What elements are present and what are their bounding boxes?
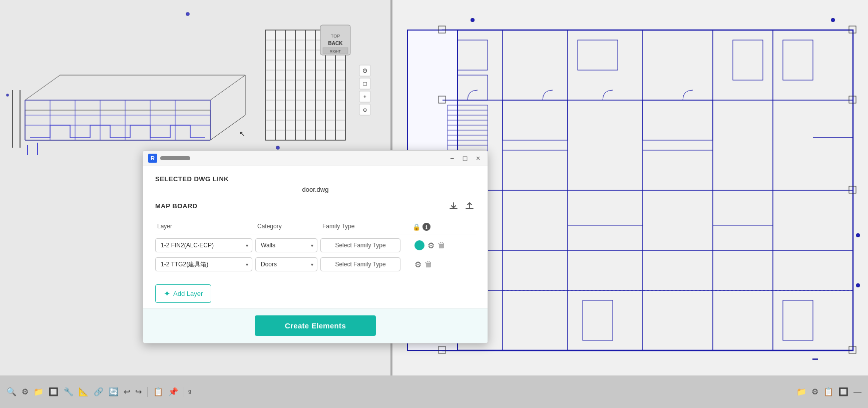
map-board-actions [448,200,476,215]
toolbar-right: 📁 ⚙ 📋 🔲 — [795,386,863,397]
trash-button-2[interactable]: 🗑 [424,260,432,269]
svg-line-6 [210,75,245,100]
maximize-button[interactable]: □ [461,154,470,163]
selected-dwg-link-title: SELECTED DWG LINK [155,175,476,183]
svg-text:—: — [813,356,817,361]
toolbar-icon-2[interactable]: ⚙ [20,386,30,397]
header-layer: Layer [155,222,255,232]
category-select-2[interactable]: Doors [255,257,317,271]
toolbar-icon-1[interactable]: 🔍 [5,386,18,397]
category-select-wrapper-1: Walls ▾ [255,238,317,252]
header-actions: 🔒 ℹ [410,222,451,232]
toolbar-separator-2 [184,387,184,397]
modal-window-controls: − □ × [448,154,483,163]
color-dot-button-1[interactable] [414,240,424,250]
svg-rect-80 [503,100,568,140]
toolbar-icon-3[interactable]: 📁 [32,386,45,397]
toolbar-icon-4[interactable]: 🔲 [47,386,60,397]
svg-text:⊙: ⊙ [362,67,367,74]
svg-point-43 [186,13,189,16]
svg-text:□: □ [363,80,366,87]
modal-drag-bar[interactable] [160,156,190,160]
toolbar-icon-11[interactable]: 📋 [152,386,165,397]
svg-rect-76 [458,75,488,100]
page-number: 9 [188,389,191,395]
modal-footer: Create Elements [143,308,488,343]
modal-body: SELECTED DWG LINK door.dwg MAP BOARD [143,166,488,308]
toolbar-icon-10[interactable]: ↪ [134,386,143,397]
svg-rect-93 [583,300,613,340]
row-actions-1: ⚙ 🗑 [410,240,451,250]
download-button[interactable] [448,200,460,215]
lock-icon: 🔒 [412,223,420,231]
toolbar-left: 🔍 ⚙ 📁 🔲 🔧 📐 🔗 🔄 ↩ ↪ 📋 📌 9 [5,386,795,397]
category-select-1[interactable]: Walls [255,238,317,252]
modal-selected-dwg-link: R − □ × SELECTED DWG LINK door.dwg MAP B… [143,150,488,343]
toolbar-right-icon-1[interactable]: 📁 [795,386,808,397]
svg-rect-75 [458,40,488,70]
toolbar-icon-9[interactable]: ↩ [122,386,132,397]
svg-text:TOP: TOP [331,34,340,39]
add-layer-section: ✦ Add Layer [155,276,476,308]
toolbar-right-icon-3[interactable]: 📋 [822,386,835,397]
toolbar-icon-5[interactable]: 🔧 [62,386,75,397]
family-type-button-2[interactable]: Select Family Type [320,257,400,271]
toolbar-icon-8[interactable]: 🔄 [107,386,120,397]
svg-text:BACK: BACK [328,41,343,46]
svg-text:+: + [363,94,366,100]
svg-line-5 [25,75,60,100]
layer-select-2[interactable]: 1-2 TTG2(建具箱) [155,257,252,271]
toolbar-separator [147,387,148,397]
svg-rect-77 [578,40,618,70]
svg-point-45 [7,94,9,96]
info-icon: ℹ [422,223,430,231]
map-board-title: MAP BOARD [155,202,197,210]
header-family-type: Family Type [320,222,410,232]
toolbar-icon-7[interactable]: 🔗 [92,386,105,397]
table-row: 1-2 FIN2(ALC·ECP) ▾ Walls ▾ Select Famil… [155,238,476,252]
table-header: Layer Category Family Type 🔒 ℹ [155,220,476,234]
row-actions-2: ⚙ 🗑 [410,260,451,269]
layer-select-1[interactable]: 1-2 FIN2(ALC·ECP) [155,238,252,252]
svg-rect-94 [783,300,813,340]
trash-button-1[interactable]: 🗑 [438,241,446,250]
svg-text:⊙: ⊙ [363,107,367,113]
toolbar-icon-6[interactable]: 📐 [77,386,90,397]
revit-app-icon: R [148,154,157,163]
layer-select-wrapper-1: 1-2 FIN2(ALC·ECP) ▾ [155,238,252,252]
table-row: 1-2 TTG2(建具箱) ▾ Doors ▾ Select Family Ty… [155,257,476,271]
dwg-file-name: door.dwg [155,186,476,193]
titlebar-left: R [148,154,190,163]
toolbar-right-icon-2[interactable]: ⚙ [810,386,820,397]
header-category: Category [255,222,320,232]
add-layer-button[interactable]: ✦ Add Layer [155,284,211,303]
toolbar-right-icon-4[interactable]: 🔲 [837,386,850,397]
svg-rect-81 [643,100,713,140]
svg-point-107 [856,234,859,237]
add-layer-icon: ✦ [164,289,170,298]
add-layer-label: Add Layer [173,290,203,297]
minimize-button[interactable]: − [448,154,457,163]
close-button[interactable]: × [474,154,483,163]
svg-rect-79 [783,40,813,80]
family-type-button-1[interactable]: Select Family Type [320,238,400,252]
toolbar-icon-12[interactable]: 📌 [167,386,180,397]
create-elements-button[interactable]: Create Elements [255,315,376,336]
bottom-toolbar: 🔍 ⚙ 📁 🔲 🔧 📐 🔗 🔄 ↩ ↪ 📋 📌 9 📁 ⚙ 📋 🔲 — [0,375,868,408]
layer-select-wrapper-2: 1-2 TTG2(建具箱) ▾ [155,257,252,271]
gear-button-2[interactable]: ⚙ [414,260,421,269]
svg-point-105 [831,19,834,22]
modal-titlebar: R − □ × [143,151,488,166]
svg-text:↖: ↖ [239,130,245,138]
gear-button-1[interactable]: ⚙ [427,241,435,250]
map-board-header: MAP BOARD [155,200,476,215]
svg-rect-78 [733,40,763,80]
svg-text:RIGHT: RIGHT [330,50,341,53]
category-select-wrapper-2: Doors ▾ [255,257,317,271]
svg-point-109 [856,284,859,287]
svg-point-104 [471,19,474,22]
toolbar-right-icon-5[interactable]: — [852,386,863,397]
upload-button[interactable] [464,200,476,215]
svg-point-44 [276,146,279,149]
